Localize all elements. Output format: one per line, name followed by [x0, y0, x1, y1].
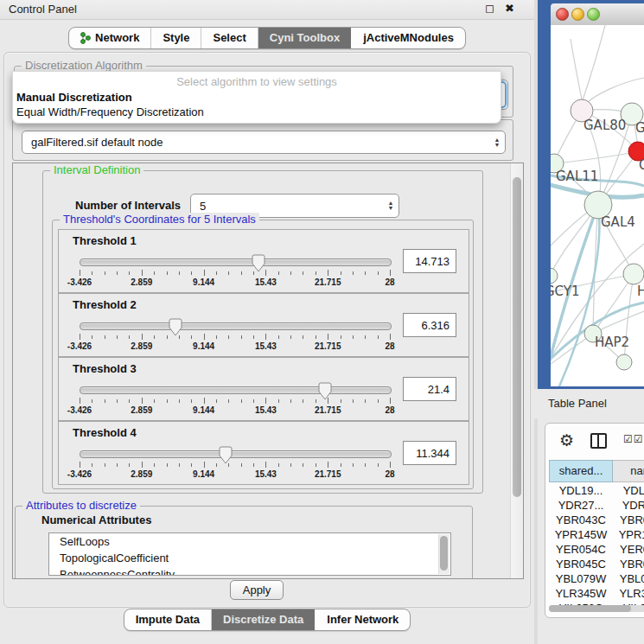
- table-data-combobox[interactable]: galFiltered.sif default node ▲▼: [22, 131, 506, 154]
- algorithm-option[interactable]: Manual Discretization: [13, 90, 501, 105]
- slider-thumb[interactable]: [318, 382, 332, 400]
- slider-tick: [179, 463, 180, 467]
- slider-tick: [353, 463, 354, 467]
- slider-tick: [265, 270, 266, 276]
- gear-icon[interactable]: ⚙: [559, 430, 574, 450]
- slider-tick: [167, 399, 168, 403]
- bottom-tabbar-wrap: Impute DataDiscretize DataInfer Network: [0, 609, 534, 631]
- float-window-icon[interactable]: ◻: [485, 2, 494, 15]
- network-node[interactable]: [616, 354, 632, 370]
- slider-tick: [303, 335, 303, 339]
- interval-definition-group: Interval Definition Number of Intervals …: [42, 170, 483, 494]
- slider-tick: [241, 271, 242, 275]
- table-row[interactable]: YLR345WYLR345W: [549, 586, 644, 601]
- numerical-attributes-list[interactable]: SelfLoopsTopologicalCoefficientBetweenne…: [48, 532, 451, 576]
- slider-tick: [154, 335, 155, 339]
- slider-tick: [167, 463, 168, 467]
- attribute-list-item[interactable]: TopologicalCoefficient: [49, 550, 450, 566]
- network-window-titlebar[interactable]: [551, 3, 644, 26]
- table-row[interactable]: YDL19...YDL19...: [549, 483, 644, 498]
- table-row[interactable]: YER054CYER054C: [549, 542, 644, 557]
- algorithm-option[interactable]: Equal Width/Frequency Discretization: [13, 105, 501, 119]
- slider-tick: [167, 335, 168, 339]
- tick-label: 21.715: [315, 469, 341, 479]
- threshold-slider[interactable]: -3.4262.8599.14415.4321.71528: [80, 382, 390, 417]
- slider-tick: [191, 463, 192, 467]
- slider-tick: [80, 462, 80, 468]
- tab-cyni-toolbox[interactable]: Cyni Toolbox: [258, 28, 351, 48]
- network-canvas[interactable]: GAL80GACGAL11GAL4GCY1HHAP2: [551, 25, 644, 386]
- select-columns-icon[interactable]: ☑☑: [623, 433, 644, 445]
- slider-track[interactable]: [80, 258, 392, 266]
- slider-tick: [390, 334, 391, 340]
- table-row[interactable]: YBL079WYBL079W: [549, 571, 644, 586]
- tab-select[interactable]: Select: [201, 28, 257, 48]
- attributes-scrollbar[interactable]: [438, 534, 450, 574]
- table-cell: YDL19...: [613, 483, 644, 498]
- slider-tick: [204, 270, 205, 276]
- network-node[interactable]: [551, 268, 558, 284]
- combobox-stepper-icon[interactable]: ▲▼: [383, 194, 399, 217]
- table-row[interactable]: YDR27...YDR27...: [549, 498, 644, 513]
- close-icon[interactable]: ✖: [505, 2, 514, 15]
- table-row[interactable]: YPR145WYPR145W: [549, 527, 644, 542]
- control-panel-window: Control Panel ◻ ✖ NetworkStyleSelectCyni…: [0, 0, 534, 644]
- slider-tick: [92, 335, 92, 339]
- main-scrollbar[interactable]: [510, 163, 523, 578]
- tab-style[interactable]: Style: [150, 28, 201, 48]
- threshold-slider[interactable]: -3.4262.8599.14415.4321.71528: [80, 446, 390, 481]
- table-column-header[interactable]: name: [613, 460, 644, 482]
- attribute-list-item[interactable]: BetweennessCentrality: [49, 566, 450, 576]
- table-column-header[interactable]: shared...: [549, 460, 613, 482]
- threshold-value-field[interactable]: 14.713: [403, 249, 456, 273]
- bottom-tab-discretize-data[interactable]: Discretize Data: [211, 609, 315, 630]
- network-node[interactable]: [623, 264, 644, 284]
- slider-thumb[interactable]: [252, 254, 265, 272]
- tab-network[interactable]: Network: [69, 28, 150, 48]
- threshold-slider[interactable]: -3.4262.8599.14415.4321.71528: [80, 254, 390, 289]
- tick-label: 9.144: [193, 277, 214, 287]
- network-graph[interactable]: GAL80GACGAL11GAL4GCY1HHAP2: [551, 25, 644, 386]
- slider-ticks: [80, 462, 390, 468]
- screen: { "window": { "title": "Control Panel" }…: [0, 0, 644, 644]
- table-cell: YBL079W: [549, 571, 613, 586]
- combobox-stepper-icon[interactable]: ▲▼: [489, 131, 505, 153]
- num-intervals-value: 5: [191, 200, 383, 213]
- threshold-value-field[interactable]: 21.4: [403, 377, 456, 401]
- bottom-tab-infer-network[interactable]: Infer Network: [315, 609, 410, 630]
- slider-tick: [328, 462, 328, 468]
- threshold-slider[interactable]: -3.4262.8599.14415.4321.71528: [80, 318, 390, 353]
- table-hscrollbar[interactable]: [549, 605, 644, 612]
- zoom-traffic-icon[interactable]: [587, 8, 600, 21]
- slider-track[interactable]: [80, 322, 392, 330]
- slider-tick-labels: -3.4262.8599.14415.4321.71528: [80, 469, 390, 480]
- threshold-value-field[interactable]: 6.316: [403, 313, 456, 337]
- minimize-traffic-icon[interactable]: [571, 8, 584, 21]
- table-hscrollbar-thumb[interactable]: [549, 605, 631, 612]
- slider-tick: [328, 334, 328, 340]
- apply-button[interactable]: Apply: [230, 580, 284, 600]
- bottom-tab-impute-data[interactable]: Impute Data: [124, 609, 211, 630]
- slider-thumb[interactable]: [219, 446, 233, 464]
- slider-tick: [341, 399, 341, 403]
- tab-jactivemnodules[interactable]: jActiveMNodules: [351, 28, 465, 48]
- slider-tick: [216, 271, 217, 275]
- slider-tick: [154, 463, 155, 467]
- table-rows: YDL19...YDL19...YDR27...YDR27...YBR043CY…: [549, 483, 644, 606]
- close-traffic-icon[interactable]: [556, 8, 569, 21]
- attributes-scrollbar-thumb[interactable]: [440, 536, 448, 571]
- network-node-label: GAL80: [583, 118, 626, 133]
- attribute-list-item[interactable]: SelfLoops: [49, 533, 450, 550]
- slider-tick: [290, 463, 291, 467]
- slider-track[interactable]: [80, 450, 392, 458]
- table-row[interactable]: YBR043CYBR043C: [549, 513, 644, 527]
- threshold-value-field[interactable]: 11.344: [403, 441, 456, 465]
- main-scrollbar-thumb[interactable]: [513, 177, 521, 497]
- slider-thumb[interactable]: [169, 318, 182, 336]
- control-panel-title: Control Panel: [9, 3, 77, 16]
- slider-tick: [142, 398, 143, 404]
- split-column-icon[interactable]: [590, 433, 607, 449]
- slider-track[interactable]: [80, 386, 392, 394]
- table-panel-title: Table Panel: [548, 397, 607, 410]
- table-row[interactable]: YBR045CYBR045C: [549, 557, 644, 571]
